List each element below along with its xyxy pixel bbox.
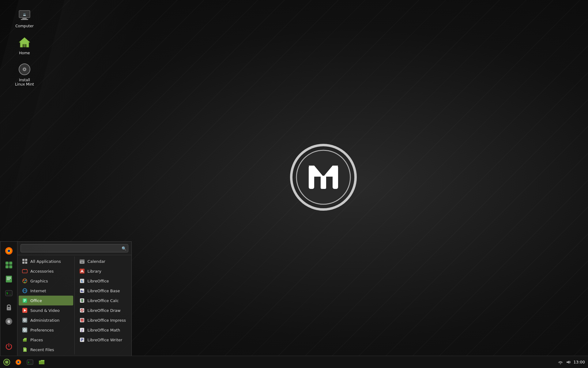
- lo-math-icon: ∫: [79, 327, 85, 333]
- menu-item-lo-writer[interactable]: LibreOffice Writer: [76, 335, 130, 345]
- lo-calc-icon: [79, 297, 85, 304]
- sidebar-icon-firefox[interactable]: [2, 244, 16, 258]
- menu-item-internet[interactable]: Internet: [19, 286, 73, 296]
- administration-label: Administration: [30, 318, 59, 323]
- desktop: 💻 Computer Home: [0, 0, 588, 368]
- menu-item-places[interactable]: Places: [19, 335, 73, 345]
- tray-volume[interactable]: [566, 359, 571, 365]
- recent-files-icon: [22, 347, 28, 353]
- menu-sidebar: $ _ G: [0, 242, 17, 356]
- sidebar-icon-gedit[interactable]: G: [2, 315, 16, 328]
- taskbar-files[interactable]: [36, 357, 47, 368]
- menu-item-graphics[interactable]: Graphics: [19, 276, 73, 286]
- office-label: Office: [30, 298, 42, 303]
- library-icon: [79, 268, 85, 274]
- preferences-label: Preferences: [30, 328, 54, 332]
- svg-point-105: [17, 361, 19, 363]
- svg-text:L: L: [81, 280, 83, 283]
- computer-icon: 💻: [17, 8, 32, 23]
- lo-base-icon: Bs: [79, 288, 85, 294]
- menu-right-col: 12 Calendar Library: [75, 255, 132, 356]
- svg-rect-65: [23, 340, 27, 342]
- search-icon[interactable]: 🔍: [122, 246, 126, 251]
- svg-rect-80: [81, 299, 83, 300]
- menu-left-col: All Applications Accessories: [17, 255, 74, 356]
- accessories-label: Accessories: [30, 269, 54, 274]
- desktop-icon-home[interactable]: Home: [12, 33, 37, 57]
- menu-item-administration[interactable]: Administration: [19, 315, 73, 325]
- graphics-icon: [22, 278, 28, 284]
- svg-rect-82: [81, 301, 83, 302]
- libreoffice-icon: L: [79, 278, 85, 284]
- svg-rect-26: [7, 278, 11, 279]
- lo-draw-label: LibreOffice Draw: [88, 308, 121, 313]
- taskbar: $ _: [0, 356, 588, 368]
- svg-rect-10: [21, 19, 28, 20]
- svg-rect-20: [6, 262, 9, 265]
- all-apps-icon: [22, 258, 28, 264]
- lo-writer-label: LibreOffice Writer: [88, 338, 123, 342]
- places-icon: [22, 337, 28, 343]
- svg-rect-39: [22, 270, 27, 273]
- menu-item-accessories[interactable]: Accessories: [19, 266, 73, 276]
- taskbar-left: $ _: [0, 357, 48, 368]
- graphics-label: Graphics: [30, 279, 48, 283]
- svg-rect-25: [7, 277, 11, 278]
- menu-item-library[interactable]: Library: [76, 266, 130, 276]
- sidebar-icon-notes[interactable]: [2, 272, 16, 286]
- svg-text:💻: 💻: [23, 13, 26, 16]
- svg-text:∫: ∫: [81, 329, 83, 332]
- svg-rect-6: [321, 176, 326, 189]
- office-icon: [22, 297, 28, 304]
- svg-rect-38: [25, 262, 27, 264]
- lo-base-label: LibreOffice Base: [88, 289, 120, 293]
- menu-item-all-apps[interactable]: All Applications: [19, 256, 73, 266]
- sound-video-label: Sound & Video: [30, 308, 60, 313]
- lo-writer-icon: [79, 337, 85, 343]
- menu-item-libreoffice[interactable]: L LibreOffice: [76, 276, 130, 286]
- taskbar-mint-menu[interactable]: [1, 357, 12, 368]
- menu-item-lo-impress[interactable]: LibreOffice Impress: [76, 315, 130, 325]
- sidebar-icon-terminal[interactable]: $ _: [2, 286, 16, 300]
- menu-item-preferences[interactable]: Preferences: [19, 325, 73, 335]
- menu-item-lo-calc[interactable]: LibreOffice Calc: [76, 296, 130, 305]
- menu-item-recent-files[interactable]: Recent Files: [19, 345, 73, 355]
- svg-rect-37: [22, 262, 24, 264]
- taskbar-right: 13:00: [555, 359, 588, 365]
- svg-point-45: [25, 280, 26, 281]
- svg-text:$ _: $ _: [6, 292, 11, 295]
- menu-item-calendar[interactable]: 12 Calendar: [76, 256, 130, 266]
- sidebar-icon-lock[interactable]: [2, 301, 16, 314]
- sidebar-icon-grid[interactable]: [2, 258, 16, 272]
- svg-text:$ _: $ _: [28, 361, 32, 364]
- svg-rect-70: [80, 260, 85, 261]
- svg-text:Bs: Bs: [81, 290, 84, 293]
- all-apps-label: All Applications: [30, 259, 61, 264]
- install-icon: [17, 62, 32, 77]
- menu-item-office[interactable]: Office: [19, 296, 73, 305]
- svg-rect-102: [6, 361, 7, 363]
- tray-network[interactable]: [558, 359, 563, 365]
- search-input[interactable]: [21, 244, 128, 252]
- home-label: Home: [19, 51, 30, 55]
- svg-point-16: [24, 69, 25, 70]
- svg-rect-23: [9, 265, 12, 268]
- menu-item-lo-math[interactable]: ∫ LibreOffice Math: [76, 325, 130, 335]
- taskbar-terminal[interactable]: $ _: [24, 357, 36, 368]
- svg-rect-35: [22, 259, 24, 261]
- desktop-icon-computer[interactable]: 💻 Computer: [12, 6, 37, 30]
- svg-rect-9: [22, 18, 27, 19]
- svg-point-58: [24, 320, 25, 321]
- menu-columns: All Applications Accessories: [17, 255, 131, 356]
- recent-files-label: Recent Files: [30, 347, 54, 352]
- libreoffice-label: LibreOffice: [88, 279, 109, 283]
- desktop-icon-install[interactable]: Install Linux Mint: [12, 60, 37, 88]
- taskbar-firefox[interactable]: [13, 357, 24, 368]
- menu-item-lo-draw[interactable]: LibreOffice Draw: [76, 305, 130, 315]
- menu-item-lo-base[interactable]: Bs LibreOffice Base: [76, 286, 130, 296]
- home-icon: [17, 35, 32, 50]
- menu-item-sound-video[interactable]: Sound & Video: [19, 305, 73, 315]
- lo-impress-label: LibreOffice Impress: [88, 318, 126, 323]
- sidebar-icon-power[interactable]: [2, 340, 16, 353]
- svg-text:12: 12: [81, 261, 83, 263]
